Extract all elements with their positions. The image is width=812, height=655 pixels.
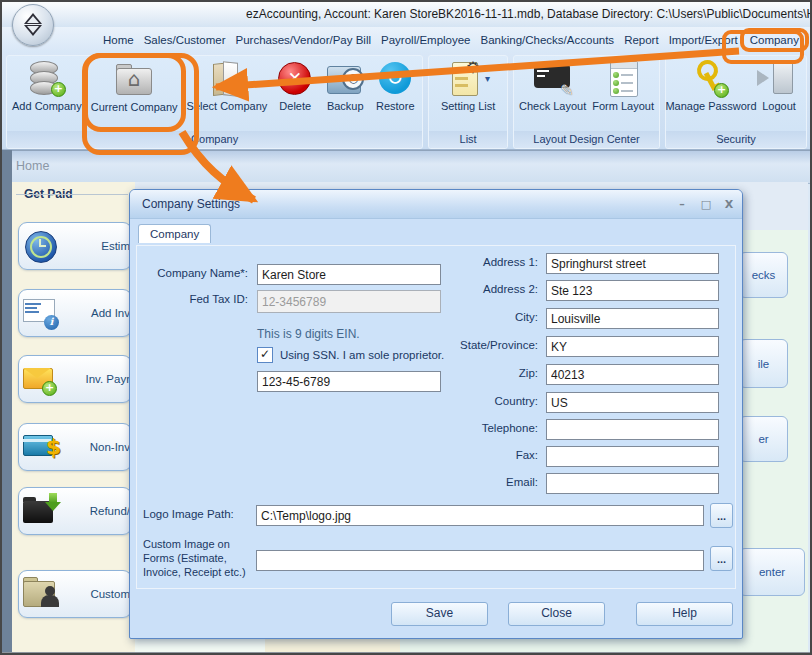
setting-list-button[interactable]: ⚙ ▾ Setting List [438, 57, 498, 130]
ribbon-group-label-layout-design-center: Layout Design Center [514, 131, 659, 148]
country-label: Country: [418, 395, 538, 407]
window-title: ezAccounting, Account: Karen StoreBK2016… [246, 7, 812, 21]
ribbon-group-company: + Add Company ⌂ Current Company Select C… [6, 55, 423, 149]
window-left-edge [2, 150, 12, 653]
backup-folder-icon: ◴ [325, 58, 365, 98]
logout-button[interactable]: Logout [754, 57, 804, 130]
sidebar-item-add-invoice[interactable]: i Add Inv [18, 289, 132, 337]
ribbon-group-list: ⚙ ▾ Setting List List [428, 55, 508, 149]
logo-image-path-label: Logo Image Path: [143, 508, 263, 520]
tab-purchases-vendor-pay-bill[interactable]: Purchases/Vendor/Pay Bill [231, 32, 377, 48]
delete-button[interactable]: ✕ Delete [270, 57, 320, 130]
city-label: City: [418, 311, 538, 323]
restore-icon: ↺ [375, 58, 415, 98]
help-button[interactable]: Help [636, 602, 733, 626]
dialog-title-bar[interactable]: Company Settings – □ X [130, 190, 742, 219]
fax-field[interactable] [546, 446, 719, 467]
breadcrumb-label: Home [16, 159, 49, 173]
minimize-icon[interactable]: – [673, 198, 691, 212]
chevron-down-icon[interactable]: ▾ [485, 73, 490, 84]
close-icon[interactable]: X [720, 198, 738, 212]
email-field[interactable] [546, 473, 719, 494]
database-add-icon: + [27, 58, 67, 98]
right-panel-button-center[interactable]: enter [739, 548, 805, 596]
current-company-button[interactable]: ⌂ Current Company [83, 53, 186, 132]
form-layout-button[interactable]: Form Layout [589, 57, 657, 130]
ein-note: This is 9 digits EIN. [257, 327, 360, 341]
ribbon-group-security: + Manage Password Logout Security [665, 55, 807, 149]
sidebar-item-non-invoice[interactable]: $ Non-Inv [18, 423, 132, 471]
backup-button[interactable]: ◴ Backup [320, 57, 370, 130]
select-company-button[interactable]: Select Company [184, 57, 271, 130]
tab-company-settings-company[interactable]: Company [138, 224, 211, 243]
save-button[interactable]: Save [391, 602, 488, 626]
form-layout-icon [603, 58, 643, 98]
app-logo-icon[interactable] [12, 4, 54, 46]
sidebar-item-estimate[interactable]: Estim [18, 222, 132, 270]
telephone-field[interactable] [546, 419, 719, 440]
title-bar: ezAccounting, Account: Karen StoreBK2016… [2, 2, 812, 28]
ssn-checkbox-row: ✓ Using SSN. I am sole proprietor. [257, 347, 444, 363]
email-label: Email: [418, 476, 538, 488]
ribbon-group-layout-design-center: ✎ Check Layout Form Layout [513, 55, 660, 149]
company-name-label: Company Name*: [138, 267, 248, 279]
city-field[interactable] [546, 308, 719, 329]
setting-list-icon: ⚙ [446, 58, 482, 98]
logo-image-path-field[interactable] [256, 505, 704, 526]
ribbon-group-label-list: List [429, 131, 507, 148]
menu-bar: Home Sales/Customer Purchases/Vendor/Pay… [2, 27, 812, 53]
customer-folder-icon [23, 577, 59, 611]
address2-label: Address 2: [418, 283, 538, 295]
address2-field[interactable] [546, 280, 719, 301]
envelope-add-icon: + [23, 362, 59, 396]
ribbon-group-label-security: Security [666, 131, 806, 148]
ribbon: + Add Company ⌂ Current Company Select C… [2, 53, 812, 150]
custom-image-label: Custom Image on Forms (Estimate, Invoice… [143, 538, 259, 579]
folder-home-icon: ⌂ [114, 59, 154, 99]
tab-company[interactable]: Company [740, 28, 809, 52]
tab-banking-checks-accounts[interactable]: Banking/Checks/Accounts [476, 32, 620, 48]
ribbon-group-label-company: Company [7, 131, 422, 148]
check-layout-button[interactable]: ✎ Check Layout [516, 57, 589, 130]
custom-image-field[interactable] [256, 550, 704, 571]
key-add-icon: + [691, 58, 731, 98]
tab-sales-customer[interactable]: Sales/Customer [139, 32, 231, 48]
fed-tax-id-label: Fed Tax ID: [138, 293, 248, 305]
country-field[interactable] [546, 392, 719, 413]
clock-icon [23, 229, 59, 263]
restore-button[interactable]: ↺ Restore [370, 57, 420, 130]
zip-label: Zip: [418, 367, 538, 379]
app-window: ezAccounting, Account: Karen StoreBK2016… [0, 0, 812, 655]
ssn-checkbox[interactable]: ✓ [257, 347, 273, 363]
right-panel-button-er[interactable]: er [739, 416, 788, 462]
company-settings-dialog: Company Settings – □ X Company Company N… [129, 189, 743, 639]
tab-payroll-employee[interactable]: Payroll/Employee [376, 32, 475, 48]
ssn-field[interactable] [257, 371, 441, 392]
sidebar-item-customer[interactable]: Custom [18, 570, 132, 618]
maximize-icon[interactable]: □ [697, 198, 715, 212]
tab-home[interactable]: Home [98, 32, 139, 48]
sidebar-group-title: Get Paid [20, 187, 77, 201]
manage-password-button[interactable]: + Manage Password [668, 57, 754, 130]
add-company-button[interactable]: + Add Company [9, 57, 85, 130]
folder-open-icon [207, 58, 247, 98]
close-button[interactable]: Close [508, 602, 605, 626]
logo-browse-button[interactable]: ... [710, 503, 733, 528]
sidebar-item-refund[interactable]: Refund/ [18, 487, 132, 535]
sidebar-item-invoice-payment[interactable]: + Inv. Payr [18, 355, 132, 403]
tab-help[interactable]: Help [806, 32, 812, 48]
tab-report[interactable]: Report [619, 32, 664, 48]
custom-image-browse-button[interactable]: ... [710, 546, 733, 571]
breadcrumb: Home [2, 150, 812, 184]
zip-field[interactable] [546, 364, 719, 385]
address1-label: Address 1: [418, 256, 538, 268]
company-name-field[interactable] [257, 264, 441, 285]
fax-label: Fax: [418, 449, 538, 461]
right-panel-button-checks[interactable]: ecks [739, 252, 788, 298]
right-panel-button-file[interactable]: ile [739, 339, 788, 388]
telephone-label: Telephone: [418, 422, 538, 434]
tab-import-export[interactable]: Import/Export [664, 32, 743, 48]
credit-card-dollar-icon: $ [23, 430, 59, 464]
address1-field[interactable] [546, 253, 719, 274]
state-province-field[interactable] [546, 336, 719, 357]
